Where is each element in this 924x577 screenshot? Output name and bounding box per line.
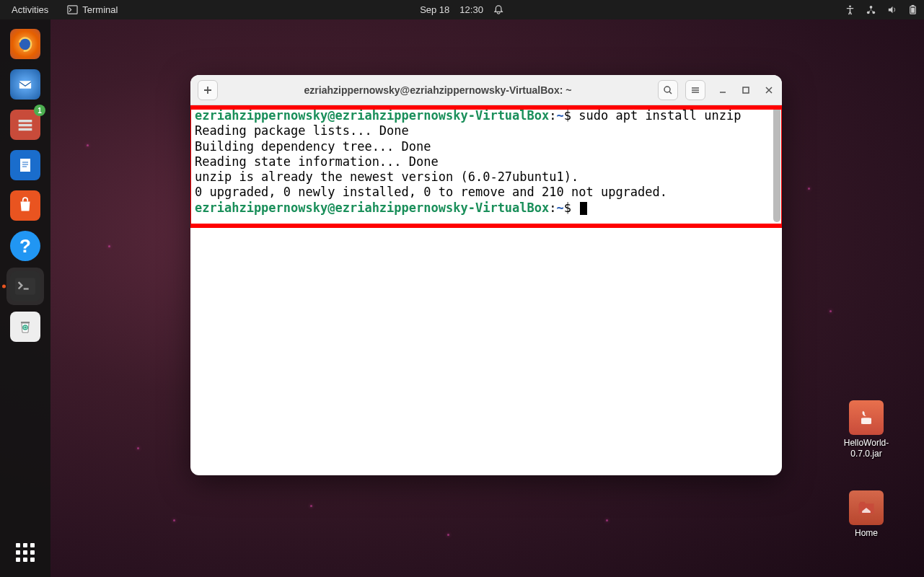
help-icon: ?: [19, 235, 31, 257]
plus-icon: [203, 85, 213, 95]
svg-rect-17: [15, 278, 35, 294]
maximize-button[interactable]: [740, 84, 752, 96]
close-button[interactable]: [763, 84, 775, 96]
svg-line-22: [669, 92, 672, 94]
app-menu[interactable]: Terminal: [61, 3, 123, 17]
dock-item-help[interactable]: ?: [6, 227, 44, 265]
files-icon: [15, 115, 35, 135]
terminal-window: ezriahzippernowsky@ezriahzippernowsky-Vi…: [190, 75, 782, 475]
prompt-path: ~: [557, 108, 564, 123]
terminal-body[interactable]: ezriahzippernowsky@ezriahzippernowsky-Vi…: [190, 105, 782, 475]
prompt-sep: :: [549, 201, 556, 215]
search-button[interactable]: [658, 80, 678, 100]
dock-item-software[interactable]: [6, 187, 44, 224]
prompt-path: ~: [557, 201, 564, 215]
minimize-icon: [718, 86, 727, 94]
firefox-icon: [15, 34, 35, 54]
desktop-icon-home-label: Home: [837, 528, 895, 539]
dock-item-terminal[interactable]: [6, 268, 44, 305]
accessibility-icon[interactable]: [845, 4, 855, 15]
dock-item-trash[interactable]: [6, 308, 44, 345]
prompt-user: ezriahzippernowsky@ezriahzippernowsky-Vi…: [195, 108, 549, 123]
notifications-icon[interactable]: [493, 4, 504, 15]
terminal-titlebar[interactable]: ezriahzippernowsky@ezriahzippernowsky-Vi…: [190, 75, 782, 105]
thunderbird-icon: [15, 74, 35, 94]
output-line: Reading package lists... Done: [195, 123, 409, 138]
output-line: unzip is already the newest version (6.0…: [195, 169, 578, 184]
dock: 1 ?: [0, 19, 50, 577]
files-badge: 1: [34, 105, 45, 116]
document-icon: [17, 155, 34, 175]
svg-point-2: [870, 6, 873, 9]
menu-button[interactable]: [685, 80, 705, 100]
svg-rect-10: [19, 120, 32, 123]
svg-point-21: [664, 87, 670, 92]
svg-rect-6: [912, 5, 915, 6]
dock-item-thunderbird[interactable]: [6, 66, 44, 103]
top-panel: Activities Terminal Sep 18 12:30: [0, 0, 924, 19]
volume-icon[interactable]: [886, 4, 897, 15]
svg-rect-7: [911, 8, 915, 13]
prompt-dollar: $: [564, 201, 578, 215]
output-line: Building dependency tree... Done: [195, 139, 431, 154]
svg-rect-13: [20, 159, 30, 172]
terminal-icon: [67, 4, 78, 15]
search-icon: [663, 85, 673, 95]
svg-rect-12: [19, 128, 32, 131]
hamburger-icon: [690, 85, 700, 95]
svg-rect-19: [21, 322, 30, 323]
svg-rect-11: [19, 124, 32, 127]
close-icon: [765, 86, 773, 94]
shopping-bag-icon: [16, 196, 35, 215]
new-tab-button[interactable]: [198, 80, 218, 100]
dock-item-writer[interactable]: [6, 146, 44, 184]
show-applications[interactable]: [6, 534, 44, 571]
network-icon[interactable]: [866, 4, 876, 15]
minimize-button[interactable]: [717, 84, 729, 96]
svg-point-1: [849, 5, 851, 7]
terminal-scrollbar[interactable]: [773, 107, 780, 474]
prompt-dollar: $: [564, 108, 578, 123]
panel-time[interactable]: 12:30: [459, 4, 483, 15]
java-jar-icon: [856, 408, 876, 428]
scrollbar-thumb[interactable]: [773, 107, 780, 222]
dock-item-firefox[interactable]: [6, 25, 44, 63]
svg-rect-27: [743, 87, 749, 93]
desktop-icon-jar[interactable]: HelloWorld-0.7.0.jar: [837, 400, 895, 459]
panel-date[interactable]: Sep 18: [420, 4, 449, 15]
activities-button[interactable]: Activities: [6, 3, 54, 17]
app-menu-label: Terminal: [82, 4, 118, 15]
output-line: 0 upgraded, 0 newly installed, 0 to remo…: [195, 185, 667, 199]
terminal-icon: [15, 278, 35, 295]
trash-icon: [17, 317, 34, 336]
prompt-user: ezriahzippernowsky@ezriahzippernowsky-Vi…: [195, 201, 549, 215]
battery-icon[interactable]: [907, 4, 918, 15]
home-folder-icon: [855, 498, 877, 518]
maximize-icon: [742, 86, 750, 94]
svg-rect-9: [19, 81, 31, 89]
svg-rect-0: [68, 6, 77, 14]
desktop-icon-home[interactable]: Home: [837, 490, 895, 539]
command-line: sudo apt install unzip: [578, 108, 741, 123]
dock-item-files[interactable]: 1: [6, 106, 44, 144]
output-line: Reading state information... Done: [195, 154, 439, 169]
terminal-cursor: [580, 202, 587, 215]
desktop-icon-jar-label: HelloWorld-0.7.0.jar: [837, 438, 895, 459]
terminal-title: ezriahzippernowsky@ezriahzippernowsky-Vi…: [225, 84, 651, 96]
prompt-sep: :: [549, 108, 556, 123]
